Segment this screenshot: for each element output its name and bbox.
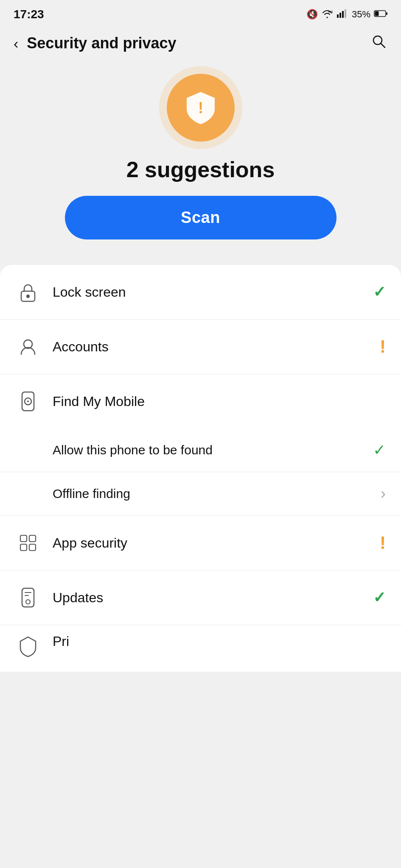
svg-text:!: ! bbox=[198, 99, 203, 117]
hero-section: ! 2 suggestions Scan bbox=[0, 61, 401, 256]
updates-label: Updates bbox=[53, 590, 373, 606]
svg-point-22 bbox=[26, 600, 30, 604]
svg-text:Vo): Vo) bbox=[328, 10, 333, 14]
menu-list: Lock screen ✓ Accounts ! Find My Mobile … bbox=[0, 265, 401, 672]
lock-screen-status: ✓ bbox=[373, 283, 386, 301]
svg-rect-2 bbox=[339, 13, 341, 18]
accounts-label: Accounts bbox=[53, 339, 380, 355]
allow-found-label: Allow this phone to be found bbox=[53, 443, 373, 457]
battery-text: 35% bbox=[352, 9, 370, 20]
status-time: 17:23 bbox=[14, 8, 44, 21]
status-icons: 🔇 Vo) 35% bbox=[306, 8, 387, 20]
mute-icon: 🔇 bbox=[306, 9, 318, 20]
menu-item-accounts[interactable]: Accounts ! bbox=[0, 320, 401, 374]
partial-item-label: Pri bbox=[53, 634, 69, 649]
back-button[interactable]: ‹ bbox=[10, 33, 22, 53]
svg-point-16 bbox=[27, 401, 29, 402]
svg-rect-20 bbox=[29, 544, 36, 551]
app-security-status: ! bbox=[380, 533, 386, 553]
menu-item-lock-screen[interactable]: Lock screen ✓ bbox=[0, 265, 401, 320]
svg-rect-17 bbox=[20, 535, 27, 542]
app-security-icon bbox=[15, 530, 41, 556]
shield-warning-icon: ! bbox=[167, 74, 235, 142]
updates-icon bbox=[15, 585, 41, 610]
offline-finding-arrow: › bbox=[381, 485, 386, 503]
svg-rect-7 bbox=[375, 11, 379, 16]
suggestions-count: 2 suggestions bbox=[126, 157, 275, 182]
sub-item-offline-finding[interactable]: Offline finding › bbox=[0, 472, 401, 516]
offline-finding-label: Offline finding bbox=[53, 487, 381, 501]
partial-item-privacy[interactable]: Pri bbox=[0, 625, 401, 663]
app-security-label: App security bbox=[53, 535, 380, 551]
sub-item-allow-found[interactable]: Allow this phone to be found ✓ bbox=[0, 428, 401, 472]
svg-line-9 bbox=[381, 44, 385, 48]
find-my-mobile-label: Find My Mobile bbox=[53, 394, 386, 409]
svg-rect-19 bbox=[20, 544, 27, 551]
menu-item-find-my-mobile[interactable]: Find My Mobile bbox=[0, 374, 401, 428]
wifi-icon: Vo) bbox=[321, 9, 333, 20]
lock-screen-icon bbox=[15, 279, 41, 305]
svg-rect-6 bbox=[386, 12, 387, 15]
lock-screen-label: Lock screen bbox=[53, 284, 373, 300]
signal-icon bbox=[337, 8, 348, 20]
svg-rect-18 bbox=[29, 535, 36, 542]
svg-rect-1 bbox=[337, 14, 339, 18]
svg-rect-3 bbox=[342, 11, 344, 18]
search-button[interactable] bbox=[370, 33, 387, 53]
menu-item-app-security[interactable]: App security ! bbox=[0, 516, 401, 570]
svg-point-12 bbox=[26, 295, 30, 298]
menu-item-updates[interactable]: Updates ✓ bbox=[0, 570, 401, 625]
scan-button[interactable]: Scan bbox=[65, 196, 337, 239]
accounts-status: ! bbox=[380, 337, 386, 357]
page-title: Security and privacy bbox=[27, 34, 176, 52]
updates-status: ✓ bbox=[373, 589, 386, 606]
header: ‹ Security and privacy bbox=[0, 25, 401, 61]
status-bar: 17:23 🔇 Vo) 35% bbox=[0, 0, 401, 25]
svg-rect-4 bbox=[345, 9, 346, 18]
accounts-icon bbox=[15, 334, 41, 359]
allow-found-status: ✓ bbox=[373, 441, 386, 459]
header-left: ‹ Security and privacy bbox=[10, 33, 177, 53]
battery-icon bbox=[374, 9, 387, 20]
find-my-mobile-icon bbox=[15, 389, 41, 414]
